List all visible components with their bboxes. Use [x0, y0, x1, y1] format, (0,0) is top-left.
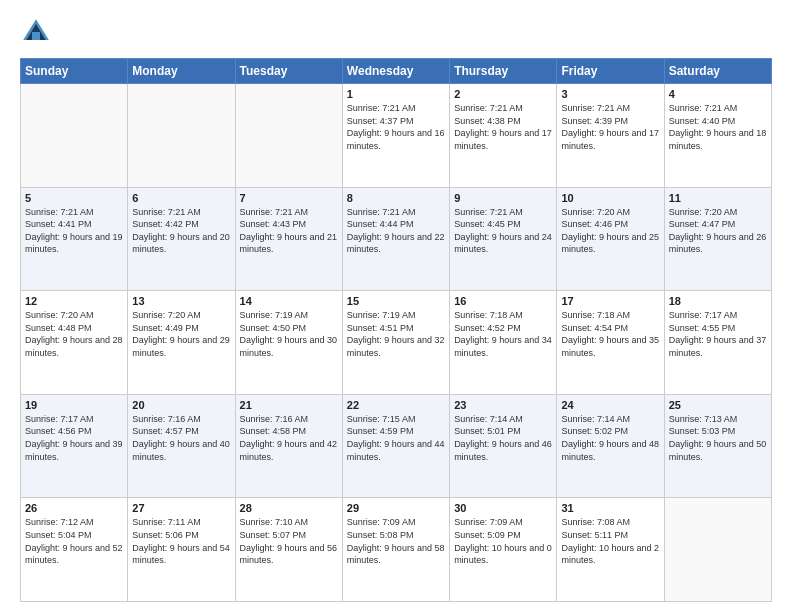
day-info: Sunrise: 7:11 AM Sunset: 5:06 PM Dayligh… [132, 516, 230, 566]
weekday-header-cell: Monday [128, 59, 235, 84]
calendar-cell: 16Sunrise: 7:18 AM Sunset: 4:52 PM Dayli… [450, 291, 557, 395]
day-info: Sunrise: 7:21 AM Sunset: 4:42 PM Dayligh… [132, 206, 230, 256]
day-info: Sunrise: 7:14 AM Sunset: 5:02 PM Dayligh… [561, 413, 659, 463]
calendar-cell: 14Sunrise: 7:19 AM Sunset: 4:50 PM Dayli… [235, 291, 342, 395]
day-number: 28 [240, 502, 338, 514]
calendar-cell: 28Sunrise: 7:10 AM Sunset: 5:07 PM Dayli… [235, 498, 342, 602]
calendar-cell: 29Sunrise: 7:09 AM Sunset: 5:08 PM Dayli… [342, 498, 449, 602]
calendar-cell: 13Sunrise: 7:20 AM Sunset: 4:49 PM Dayli… [128, 291, 235, 395]
calendar-cell: 1Sunrise: 7:21 AM Sunset: 4:37 PM Daylig… [342, 84, 449, 188]
calendar-cell: 12Sunrise: 7:20 AM Sunset: 4:48 PM Dayli… [21, 291, 128, 395]
day-number: 9 [454, 192, 552, 204]
calendar-cell [235, 84, 342, 188]
weekday-header-cell: Sunday [21, 59, 128, 84]
day-info: Sunrise: 7:10 AM Sunset: 5:07 PM Dayligh… [240, 516, 338, 566]
calendar-week-row: 19Sunrise: 7:17 AM Sunset: 4:56 PM Dayli… [21, 394, 772, 498]
day-number: 27 [132, 502, 230, 514]
calendar-cell: 5Sunrise: 7:21 AM Sunset: 4:41 PM Daylig… [21, 187, 128, 291]
day-info: Sunrise: 7:21 AM Sunset: 4:39 PM Dayligh… [561, 102, 659, 152]
day-info: Sunrise: 7:17 AM Sunset: 4:56 PM Dayligh… [25, 413, 123, 463]
day-info: Sunrise: 7:19 AM Sunset: 4:51 PM Dayligh… [347, 309, 445, 359]
calendar-table: SundayMondayTuesdayWednesdayThursdayFrid… [20, 58, 772, 602]
weekday-header-cell: Friday [557, 59, 664, 84]
weekday-header-cell: Thursday [450, 59, 557, 84]
calendar-cell: 18Sunrise: 7:17 AM Sunset: 4:55 PM Dayli… [664, 291, 771, 395]
calendar-cell: 7Sunrise: 7:21 AM Sunset: 4:43 PM Daylig… [235, 187, 342, 291]
weekday-header-cell: Saturday [664, 59, 771, 84]
calendar-cell: 24Sunrise: 7:14 AM Sunset: 5:02 PM Dayli… [557, 394, 664, 498]
calendar-cell: 20Sunrise: 7:16 AM Sunset: 4:57 PM Dayli… [128, 394, 235, 498]
calendar-cell: 10Sunrise: 7:20 AM Sunset: 4:46 PM Dayli… [557, 187, 664, 291]
day-info: Sunrise: 7:21 AM Sunset: 4:43 PM Dayligh… [240, 206, 338, 256]
calendar-cell [21, 84, 128, 188]
day-info: Sunrise: 7:21 AM Sunset: 4:38 PM Dayligh… [454, 102, 552, 152]
day-info: Sunrise: 7:15 AM Sunset: 4:59 PM Dayligh… [347, 413, 445, 463]
day-info: Sunrise: 7:17 AM Sunset: 4:55 PM Dayligh… [669, 309, 767, 359]
svg-rect-2 [32, 32, 40, 40]
calendar-cell [128, 84, 235, 188]
day-info: Sunrise: 7:18 AM Sunset: 4:52 PM Dayligh… [454, 309, 552, 359]
day-number: 21 [240, 399, 338, 411]
day-info: Sunrise: 7:20 AM Sunset: 4:46 PM Dayligh… [561, 206, 659, 256]
page: SundayMondayTuesdayWednesdayThursdayFrid… [0, 0, 792, 612]
calendar-cell: 27Sunrise: 7:11 AM Sunset: 5:06 PM Dayli… [128, 498, 235, 602]
calendar-cell: 9Sunrise: 7:21 AM Sunset: 4:45 PM Daylig… [450, 187, 557, 291]
day-number: 3 [561, 88, 659, 100]
day-number: 20 [132, 399, 230, 411]
day-info: Sunrise: 7:21 AM Sunset: 4:45 PM Dayligh… [454, 206, 552, 256]
day-number: 13 [132, 295, 230, 307]
calendar-cell: 3Sunrise: 7:21 AM Sunset: 4:39 PM Daylig… [557, 84, 664, 188]
day-info: Sunrise: 7:21 AM Sunset: 4:37 PM Dayligh… [347, 102, 445, 152]
calendar-cell: 4Sunrise: 7:21 AM Sunset: 4:40 PM Daylig… [664, 84, 771, 188]
logo-icon [20, 16, 52, 48]
day-number: 12 [25, 295, 123, 307]
day-number: 31 [561, 502, 659, 514]
day-info: Sunrise: 7:14 AM Sunset: 5:01 PM Dayligh… [454, 413, 552, 463]
day-number: 18 [669, 295, 767, 307]
calendar-week-row: 12Sunrise: 7:20 AM Sunset: 4:48 PM Dayli… [21, 291, 772, 395]
day-number: 30 [454, 502, 552, 514]
calendar-cell: 30Sunrise: 7:09 AM Sunset: 5:09 PM Dayli… [450, 498, 557, 602]
day-number: 22 [347, 399, 445, 411]
logo [20, 16, 58, 48]
day-info: Sunrise: 7:09 AM Sunset: 5:09 PM Dayligh… [454, 516, 552, 566]
calendar-cell: 23Sunrise: 7:14 AM Sunset: 5:01 PM Dayli… [450, 394, 557, 498]
day-number: 16 [454, 295, 552, 307]
day-number: 24 [561, 399, 659, 411]
day-number: 10 [561, 192, 659, 204]
day-number: 17 [561, 295, 659, 307]
day-info: Sunrise: 7:20 AM Sunset: 4:49 PM Dayligh… [132, 309, 230, 359]
calendar-cell: 6Sunrise: 7:21 AM Sunset: 4:42 PM Daylig… [128, 187, 235, 291]
day-number: 6 [132, 192, 230, 204]
day-info: Sunrise: 7:16 AM Sunset: 4:58 PM Dayligh… [240, 413, 338, 463]
calendar-week-row: 1Sunrise: 7:21 AM Sunset: 4:37 PM Daylig… [21, 84, 772, 188]
day-number: 7 [240, 192, 338, 204]
day-number: 2 [454, 88, 552, 100]
day-number: 19 [25, 399, 123, 411]
day-info: Sunrise: 7:20 AM Sunset: 4:48 PM Dayligh… [25, 309, 123, 359]
day-info: Sunrise: 7:18 AM Sunset: 4:54 PM Dayligh… [561, 309, 659, 359]
day-number: 29 [347, 502, 445, 514]
day-info: Sunrise: 7:16 AM Sunset: 4:57 PM Dayligh… [132, 413, 230, 463]
day-number: 15 [347, 295, 445, 307]
calendar-week-row: 26Sunrise: 7:12 AM Sunset: 5:04 PM Dayli… [21, 498, 772, 602]
weekday-header-cell: Tuesday [235, 59, 342, 84]
day-number: 14 [240, 295, 338, 307]
day-number: 26 [25, 502, 123, 514]
calendar-cell: 31Sunrise: 7:08 AM Sunset: 5:11 PM Dayli… [557, 498, 664, 602]
day-number: 25 [669, 399, 767, 411]
calendar-cell: 21Sunrise: 7:16 AM Sunset: 4:58 PM Dayli… [235, 394, 342, 498]
calendar-header-row: SundayMondayTuesdayWednesdayThursdayFrid… [21, 59, 772, 84]
calendar-cell: 25Sunrise: 7:13 AM Sunset: 5:03 PM Dayli… [664, 394, 771, 498]
day-info: Sunrise: 7:13 AM Sunset: 5:03 PM Dayligh… [669, 413, 767, 463]
calendar-cell: 19Sunrise: 7:17 AM Sunset: 4:56 PM Dayli… [21, 394, 128, 498]
calendar-week-row: 5Sunrise: 7:21 AM Sunset: 4:41 PM Daylig… [21, 187, 772, 291]
day-info: Sunrise: 7:21 AM Sunset: 4:40 PM Dayligh… [669, 102, 767, 152]
weekday-header-cell: Wednesday [342, 59, 449, 84]
day-number: 1 [347, 88, 445, 100]
header [20, 16, 772, 48]
calendar-cell: 17Sunrise: 7:18 AM Sunset: 4:54 PM Dayli… [557, 291, 664, 395]
day-number: 4 [669, 88, 767, 100]
calendar-cell: 15Sunrise: 7:19 AM Sunset: 4:51 PM Dayli… [342, 291, 449, 395]
day-info: Sunrise: 7:12 AM Sunset: 5:04 PM Dayligh… [25, 516, 123, 566]
